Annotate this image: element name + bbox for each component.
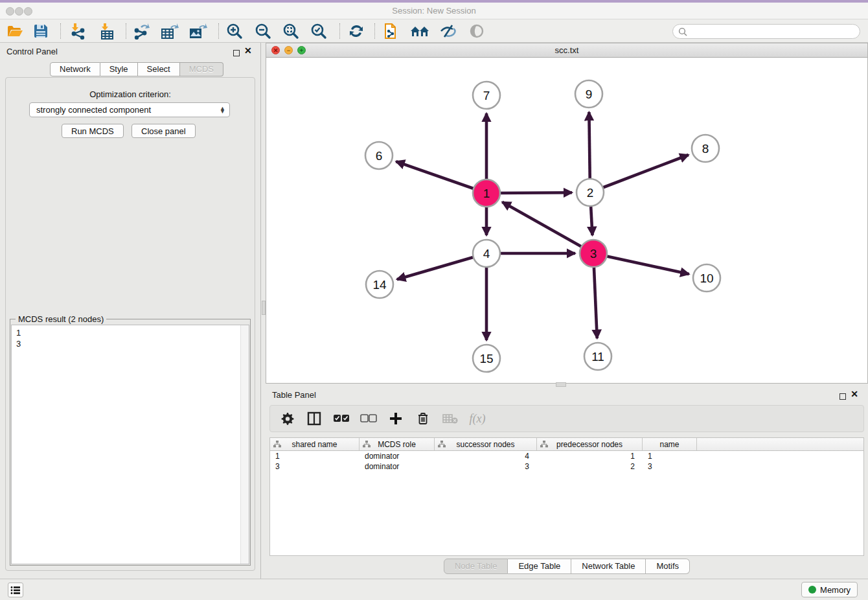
table-row[interactable]: 3 dominator 3 2 3: [270, 461, 863, 472]
table-panel-tabs: Node Table Edge Table Network Table Moti…: [266, 559, 868, 574]
deselect-all-columns-icon[interactable]: [360, 410, 378, 427]
zoom-fit-icon[interactable]: [280, 21, 302, 41]
table-settings-gear-icon[interactable]: [278, 410, 296, 427]
close-panel-button[interactable]: Close panel: [131, 124, 196, 138]
window-zoom-button[interactable]: [24, 7, 32, 16]
graph-edges: [396, 112, 689, 340]
mcds-result-title: MCDS result (2 nodes): [16, 314, 106, 324]
tab-network-table[interactable]: Network Table: [571, 559, 646, 574]
delete-column-icon[interactable]: [414, 410, 432, 427]
network-minimize-button[interactable]: −: [284, 46, 293, 54]
table-row[interactable]: 1 dominator 4 1 1: [270, 451, 863, 461]
home-networks-icon[interactable]: [409, 21, 431, 41]
window-close-button[interactable]: [6, 7, 14, 16]
memory-status-icon: [808, 586, 816, 594]
column-type-icon: [363, 441, 371, 448]
tab-node-table[interactable]: Node Table: [444, 559, 508, 574]
tab-mcds[interactable]: MCDS: [180, 62, 223, 76]
status-bar: Memory: [0, 579, 868, 600]
node-table: shared name MCDS role successor nodes pr…: [269, 437, 864, 556]
toggle-view-icon-disabled: [466, 21, 488, 41]
run-mcds-button[interactable]: Run MCDS: [62, 124, 124, 138]
mcds-result-line: 1: [16, 327, 249, 338]
float-panel-icon[interactable]: [233, 47, 240, 59]
tab-style[interactable]: Style: [100, 62, 138, 76]
column-type-icon: [273, 441, 281, 448]
graph-edge-2-8[interactable]: [590, 155, 689, 192]
graph-node-3[interactable]: 3: [580, 240, 607, 267]
zoom-out-icon[interactable]: [252, 21, 274, 41]
graph-node-9[interactable]: 9: [575, 80, 602, 108]
column-header-shared-name[interactable]: shared name: [270, 438, 360, 450]
tab-network[interactable]: Network: [50, 62, 100, 76]
mcds-result-line: 3: [16, 338, 249, 349]
import-table-icon[interactable]: [96, 21, 118, 41]
export-table-icon[interactable]: [159, 21, 181, 41]
network-close-button[interactable]: ✕: [271, 46, 280, 54]
show-column-panel-icon[interactable]: [305, 410, 323, 427]
graph-node-4[interactable]: 4: [473, 240, 500, 267]
cell-predecessor-nodes: 2: [537, 461, 643, 472]
close-panel-icon[interactable]: ✕: [851, 391, 858, 397]
create-column-icon[interactable]: [387, 410, 405, 427]
mcds-result-textarea[interactable]: 1 3: [11, 325, 249, 564]
graph-node-1[interactable]: 1: [473, 179, 500, 207]
search-input[interactable]: [687, 27, 860, 36]
network-view-window: ✕ − + scc.txt 7968124314101511: [266, 43, 868, 384]
graph-node-label: 7: [483, 89, 490, 102]
table-header-row: shared name MCDS role successor nodes pr…: [270, 438, 863, 451]
graph-node-10[interactable]: 10: [693, 264, 720, 292]
open-session-icon[interactable]: [4, 21, 26, 41]
apply-layout-icon[interactable]: [345, 21, 367, 41]
tab-select[interactable]: Select: [138, 62, 180, 76]
network-window-title: scc.txt: [266, 43, 867, 57]
column-header-successor-nodes[interactable]: successor nodes: [435, 438, 537, 450]
close-panel-icon[interactable]: ✕: [244, 47, 252, 54]
task-history-button[interactable]: [8, 583, 23, 597]
graph-node-6[interactable]: 6: [365, 142, 393, 169]
network-maximize-button[interactable]: +: [297, 46, 306, 54]
divider-drag-handle[interactable]: [556, 382, 566, 387]
column-header-name[interactable]: name: [643, 438, 697, 450]
column-header-mcds-role[interactable]: MCDS role: [360, 438, 435, 450]
split-divider-vertical[interactable]: [260, 43, 266, 579]
result-scrollbar[interactable]: [240, 325, 249, 564]
clone-network-icon[interactable]: [381, 21, 403, 41]
graph-node-7[interactable]: 7: [473, 82, 500, 109]
save-session-icon[interactable]: [30, 21, 52, 41]
graph-edge-3-10[interactable]: [593, 253, 689, 274]
graph-node-8[interactable]: 8: [692, 135, 719, 162]
graph-node-2[interactable]: 2: [577, 179, 604, 206]
network-window-titlebar[interactable]: ✕ − + scc.txt: [266, 43, 867, 58]
graph-node-15[interactable]: 15: [473, 345, 500, 372]
task-list-icon: [10, 586, 21, 595]
optimization-criterion-value: strongly connected component: [36, 105, 151, 115]
hide-panel-eye-icon[interactable]: [437, 21, 459, 41]
cell-shared-name: 3: [270, 461, 360, 472]
select-all-columns-icon[interactable]: [332, 410, 350, 427]
float-panel-icon[interactable]: [839, 391, 846, 402]
import-network-icon[interactable]: [67, 21, 89, 41]
table-toolbar: f(x): [269, 405, 864, 432]
search-field[interactable]: [672, 24, 860, 39]
tab-edge-table[interactable]: Edge Table: [508, 559, 571, 574]
graph-node-11[interactable]: 11: [584, 343, 611, 370]
optimization-criterion-select[interactable]: strongly connected component ▲▼: [29, 102, 230, 117]
window-minimize-button[interactable]: [15, 7, 23, 16]
graph-node-14[interactable]: 14: [366, 271, 393, 298]
toolbar-separator: [126, 23, 126, 39]
export-image-icon[interactable]: [187, 21, 209, 41]
tab-motifs[interactable]: Motifs: [646, 559, 690, 574]
zoom-selected-icon[interactable]: [308, 21, 330, 41]
control-panel-title: Control Panel: [6, 47, 58, 56]
column-header-predecessor-nodes[interactable]: predecessor nodes: [537, 438, 643, 450]
graph-node-label: 1: [483, 187, 490, 200]
function-builder-icon-disabled: f(x): [468, 410, 486, 427]
graph-edge-3-1[interactable]: [502, 202, 593, 253]
graph-node-label: 15: [479, 352, 493, 365]
network-graph-canvas[interactable]: 7968124314101511: [266, 58, 867, 383]
cell-successor-nodes: 3: [435, 461, 537, 472]
export-network-icon[interactable]: [130, 21, 152, 41]
zoom-in-icon[interactable]: [223, 21, 246, 41]
memory-button[interactable]: Memory: [801, 582, 858, 597]
